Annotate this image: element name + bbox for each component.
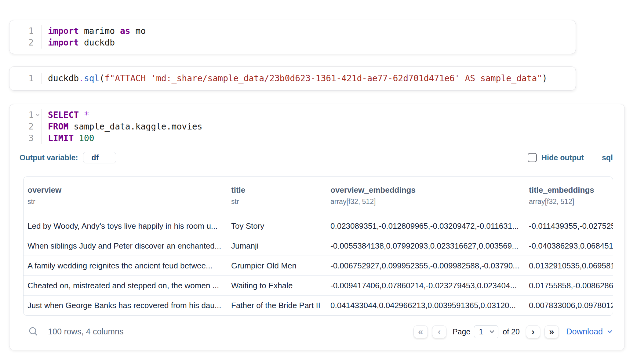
column-type: str bbox=[231, 198, 326, 206]
column-name: title_embeddings bbox=[529, 185, 613, 195]
table-cell: Waiting to Exhale bbox=[227, 281, 326, 290]
table-footer: 100 rows, 4 columns « ‹ Page 1 of 20 › »… bbox=[23, 320, 613, 343]
table-cell: 0.023089351,-0.012809965,-0.03209472,-0.… bbox=[326, 221, 525, 231]
column-type: str bbox=[27, 198, 227, 206]
download-button[interactable]: Download bbox=[566, 327, 613, 337]
code-line[interactable]: import duckdb bbox=[48, 37, 146, 49]
table-cell: 0.007833006,0.0978012 bbox=[525, 301, 613, 310]
table-header-row: overviewstrtitlestroverview_embeddingsar… bbox=[24, 177, 613, 216]
output-variable-input[interactable]: _df bbox=[83, 152, 116, 163]
line-number-gutter: 1 bbox=[9, 73, 42, 84]
table-cell: -0.009417406,0.07860214,-0.023279453,0.0… bbox=[326, 281, 525, 290]
column-type: array[f32, 512] bbox=[330, 198, 525, 206]
cell-options-bar: Output variable: _df Hide output sql bbox=[9, 148, 624, 167]
code-editor[interactable]: 1 duckdb.sql(f"ATTACH 'md:_share/sample_… bbox=[9, 67, 576, 90]
table-cell: 0.0132910535,0.069581 bbox=[525, 261, 613, 271]
table-cell: -0.0055384138,0.07992093,0.023316627,0.0… bbox=[326, 241, 525, 251]
table-cell: -0.011439355,-0.027525 bbox=[525, 221, 613, 231]
hide-output-checkbox[interactable] bbox=[528, 153, 537, 162]
column-name: title bbox=[231, 185, 326, 195]
column-type: array[f32, 512] bbox=[529, 198, 613, 206]
last-page-button[interactable]: » bbox=[544, 325, 559, 338]
table-cell: Grumpier Old Men bbox=[227, 261, 326, 271]
fold-chevron-icon[interactable] bbox=[34, 109, 42, 121]
table-cell: Just when George Banks has recovered fro… bbox=[24, 301, 227, 310]
code-editor[interactable]: 12 import marimo as moimport duckdb bbox=[9, 20, 576, 54]
code-lines[interactable]: import marimo as moimport duckdb bbox=[42, 25, 146, 49]
table-cell: 0.041433044,0.042966213,0.0039591365,0.0… bbox=[326, 301, 525, 310]
table-cell: Led by Woody, Andy's toys live happily i… bbox=[24, 221, 227, 231]
line-number-gutter: 12 bbox=[9, 25, 42, 49]
table-row[interactable]: A family wedding reignites the ancient f… bbox=[24, 256, 613, 276]
code-editor[interactable]: 123 SELECT *FROM sample_data.kaggle.movi… bbox=[9, 104, 586, 148]
pagination: « ‹ Page 1 of 20 › » Download bbox=[413, 325, 613, 338]
row-count-summary: 100 rows, 4 columns bbox=[48, 327, 124, 337]
code-line[interactable]: FROM sample_data.kaggle.movies bbox=[48, 121, 202, 133]
line-number: 1 bbox=[9, 109, 42, 121]
table-cell: Toy Story bbox=[227, 221, 326, 231]
table-cell: Cheated on, mistreated and stepped on, t… bbox=[24, 281, 227, 290]
code-line[interactable]: import marimo as mo bbox=[48, 25, 146, 37]
code-lines[interactable]: SELECT *FROM sample_data.kaggle.moviesLI… bbox=[42, 109, 202, 144]
page-select-value: 1 bbox=[479, 327, 483, 336]
column-header-overview_embeddings[interactable]: overview_embeddingsarray[f32, 512] bbox=[326, 177, 525, 216]
chevron-down-icon bbox=[606, 328, 613, 335]
page-total-label: of 20 bbox=[503, 327, 520, 336]
search-icon[interactable] bbox=[28, 326, 39, 337]
column-name: overview bbox=[27, 185, 227, 195]
table-cell: -0.006752927,0.099952355,-0.009982588,-0… bbox=[326, 261, 525, 271]
table-cell: When siblings Judy and Peter discover an… bbox=[24, 241, 227, 251]
table-cell: Father of the Bride Part II bbox=[227, 301, 326, 310]
line-number-gutter: 123 bbox=[9, 109, 42, 144]
output-variable-value: _df bbox=[87, 153, 99, 162]
hide-output-label[interactable]: Hide output bbox=[541, 153, 584, 162]
table-cell: A family wedding reignites the ancient f… bbox=[24, 261, 227, 271]
page-select[interactable]: 1 bbox=[474, 325, 498, 338]
cell-output-area: overviewstrtitlestroverview_embeddingsar… bbox=[9, 167, 624, 343]
first-page-button[interactable]: « bbox=[413, 325, 428, 338]
line-number: 3 bbox=[9, 133, 42, 144]
table-cell: -0.040386293,0.068451 bbox=[525, 241, 613, 251]
table-row[interactable]: When siblings Judy and Peter discover an… bbox=[24, 236, 613, 256]
table-body: Led by Woody, Andy's toys live happily i… bbox=[24, 216, 613, 315]
download-label: Download bbox=[566, 327, 603, 337]
prev-page-button[interactable]: ‹ bbox=[432, 325, 446, 338]
line-number: 1 bbox=[9, 73, 42, 84]
table-row[interactable]: Just when George Banks has recovered fro… bbox=[24, 296, 613, 315]
line-number: 2 bbox=[9, 121, 42, 133]
language-badge[interactable]: sql bbox=[602, 153, 613, 162]
line-number: 1 bbox=[9, 25, 42, 37]
code-line[interactable]: duckdb.sql(f"ATTACH 'md:_share/sample_da… bbox=[48, 73, 547, 84]
code-line[interactable]: SELECT * bbox=[48, 109, 202, 121]
table-cell: 0.01755858,-0.0086286 bbox=[525, 281, 613, 290]
chevron-down-icon bbox=[489, 329, 495, 335]
table-cell: Jumanji bbox=[227, 241, 326, 251]
notebook-cell-imports: 12 import marimo as moimport duckdb bbox=[9, 20, 576, 54]
code-lines[interactable]: duckdb.sql(f"ATTACH 'md:_share/sample_da… bbox=[42, 73, 547, 84]
column-header-title_embeddings[interactable]: title_embeddingsarray[f32, 512] bbox=[525, 177, 613, 216]
page-label: Page bbox=[453, 327, 470, 336]
table-row[interactable]: Cheated on, mistreated and stepped on, t… bbox=[24, 276, 613, 296]
code-line[interactable]: LIMIT 100 bbox=[48, 133, 202, 144]
line-number: 2 bbox=[9, 37, 42, 49]
next-page-button[interactable]: › bbox=[526, 325, 540, 338]
notebook-cell-attach: 1 duckdb.sql(f"ATTACH 'md:_share/sample_… bbox=[9, 66, 576, 91]
column-name: overview_embeddings bbox=[330, 185, 525, 195]
table-row[interactable]: Led by Woody, Andy's toys live happily i… bbox=[24, 216, 613, 236]
output-variable-label: Output variable: bbox=[20, 153, 78, 162]
dataframe-table: overviewstrtitlestroverview_embeddingsar… bbox=[23, 177, 613, 316]
notebook-cell-sql: 123 SELECT *FROM sample_data.kaggle.movi… bbox=[9, 104, 625, 350]
column-header-title[interactable]: titlestr bbox=[227, 177, 326, 216]
divider bbox=[593, 152, 593, 163]
column-header-overview[interactable]: overviewstr bbox=[24, 177, 227, 216]
